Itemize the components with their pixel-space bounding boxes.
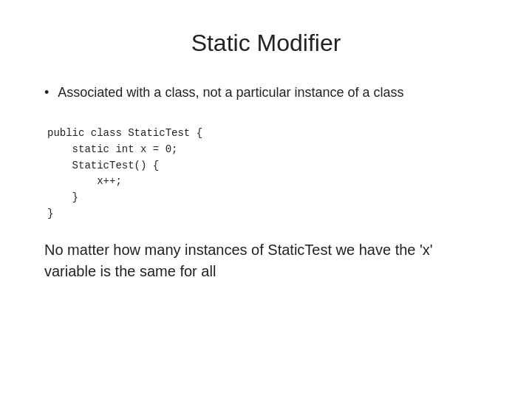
bullet-item: • Associated with a class, not a particu… bbox=[44, 83, 488, 102]
code-line-4: x++; bbox=[47, 174, 488, 190]
summary-text: No matter how many instances of StaticTe… bbox=[44, 239, 488, 282]
code-block: public class StaticTest { static int x =… bbox=[47, 126, 488, 222]
bullet-dot: • bbox=[44, 83, 49, 102]
slide: Static Modifier • Associated with a clas… bbox=[0, 0, 532, 399]
summary-line-1: No matter how many instances of StaticTe… bbox=[44, 239, 488, 261]
summary-line-2: variable is the same for all bbox=[44, 261, 488, 282]
code-line-2: static int x = 0; bbox=[47, 142, 488, 158]
bullet-section: • Associated with a class, not a particu… bbox=[44, 83, 488, 114]
code-line-5: } bbox=[47, 190, 488, 206]
slide-title: Static Modifier bbox=[44, 30, 488, 57]
code-line-6: } bbox=[47, 206, 488, 222]
code-line-3: StaticTest() { bbox=[47, 158, 488, 174]
bullet-text: Associated with a class, not a particula… bbox=[58, 83, 403, 102]
code-line-1: public class StaticTest { bbox=[47, 126, 488, 142]
